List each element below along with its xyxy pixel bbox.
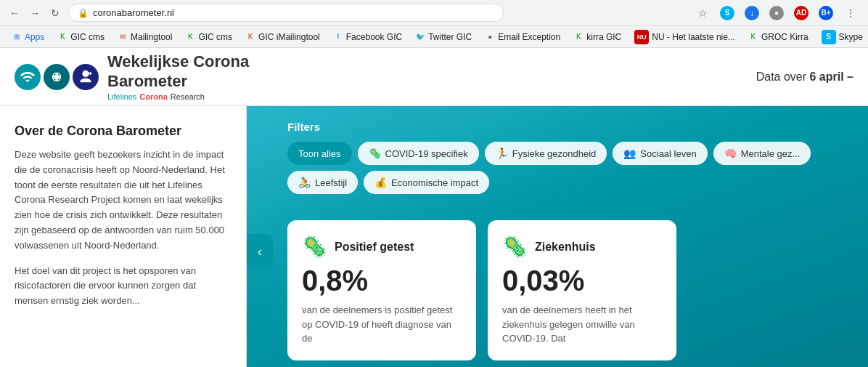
date-value: 6 april – <box>810 70 853 83</box>
bookmarks-bar: ⊞ Apps K GIC cms ✉ Mailingtool K GIC cms… <box>0 26 868 48</box>
browser-nav-bar: ← → ↻ 🔒 coronabarometer.nl ☆ S ↓ ● AD B+… <box>0 0 868 26</box>
bookmark-email-exception-label: Email Exception <box>498 32 560 42</box>
filter-covid-specifiek[interactable]: 🦠 COVID-19 specifiek <box>358 142 479 165</box>
bookmark-skype[interactable]: S Skype <box>816 28 868 47</box>
filter-covid-label: COVID-19 specifiek <box>385 148 468 159</box>
bookmark-groc-kirra[interactable]: K GROC Kirra <box>742 30 814 44</box>
skype-bm-favicon: S <box>822 30 836 44</box>
bookmark-nu[interactable]: NU NU - Het laatste nie... <box>629 28 741 47</box>
bookmark-gic-imailing[interactable]: K GIC iMailingtool <box>239 30 326 44</box>
svg-point-5 <box>59 76 61 78</box>
twitter-favicon: 🐦 <box>415 32 425 42</box>
circle-ext-icon[interactable]: ● <box>766 3 787 23</box>
bookmark-twitter-label: Twitter GIC <box>428 32 472 42</box>
refresh-button[interactable]: ↻ <box>48 6 62 20</box>
filter-sociaal-leven[interactable]: 👥 Sociaal leven <box>613 142 707 165</box>
collapse-sidebar-button[interactable]: ‹ <box>247 234 273 269</box>
svg-point-3 <box>56 79 58 81</box>
covid-filter-icon: 🦠 <box>369 148 381 159</box>
skype-ext-icon[interactable]: S <box>717 3 737 23</box>
filter-mentale-label: Mentale gez... <box>741 148 801 159</box>
main-layout: Over de Corona Barometer Deze website ge… <box>0 106 868 367</box>
card-icon-virus-2: 🦠 <box>502 235 528 259</box>
card-title-positief: Positief getest <box>335 241 414 254</box>
filters-label: Filters <box>287 121 851 133</box>
bookmark-skype-label: Skype <box>839 32 863 42</box>
cards-section: 🦠 Positief getest 0,8% van de deelnemers… <box>247 211 868 367</box>
card-positief-getest[interactable]: 🦠 Positief getest 0,8% van de deelnemers… <box>287 220 476 360</box>
filter-leefstijl[interactable]: 🚴 Leefstijl <box>287 171 358 194</box>
date-prefix: Data over <box>756 70 806 83</box>
sidebar: Over de Corona Barometer Deze website ge… <box>0 106 247 367</box>
logo-text-block: Wekelijkse Corona Barometer Lifelines Co… <box>107 52 249 101</box>
bookmark-groc-label: GROC Kirra <box>761 32 808 42</box>
browser-chrome: ← → ↻ 🔒 coronabarometer.nl ☆ S ↓ ● AD B+… <box>0 0 868 48</box>
content-area: ‹ Filters Toon alles 🦠 COVID-19 specifie… <box>247 106 868 367</box>
ad-ext-icon[interactable]: AD <box>791 3 811 23</box>
bookmark-gic-cms-2[interactable]: K GIC cms <box>179 30 238 44</box>
svg-point-4 <box>52 76 54 78</box>
bookmark-nu-label: NU - Het laatste nie... <box>652 32 735 42</box>
card-header-ziekenhuis: 🦠 Ziekenhuis <box>502 235 662 259</box>
facebook-favicon: f <box>333 32 343 42</box>
ad-icon: AD <box>794 6 808 20</box>
filter-fysieke-gezondheid[interactable]: 🏃 Fysieke gezondheid <box>485 142 607 165</box>
gic-cms-2-favicon: K <box>185 32 195 42</box>
logo-subtitle: Lifelines Corona Research <box>107 92 249 101</box>
url-text: coronabarometer.nl <box>93 7 174 18</box>
nu-favicon: NU <box>634 30 649 44</box>
download-icon: ↓ <box>745 6 759 20</box>
title-line1: Wekelijkse Corona <box>107 52 249 70</box>
bookmark-facebook-gic[interactable]: f Facebook GIC <box>327 30 408 44</box>
logo-icons <box>15 64 99 90</box>
menu-icon[interactable]: ⋮ <box>840 3 861 23</box>
download-ext-icon[interactable]: ↓ <box>742 3 762 23</box>
bookmark-apps[interactable]: ⊞ Apps <box>6 30 50 44</box>
svg-point-0 <box>54 74 59 79</box>
gic-cms-1-favicon: K <box>57 32 67 42</box>
bookmark-facebook-label: Facebook GIC <box>346 32 402 42</box>
filter-economische-impact[interactable]: 💰 Economische impact <box>364 171 489 194</box>
bookmark-star-icon[interactable]: ☆ <box>692 3 713 23</box>
title-line2: Barometer <box>107 72 187 90</box>
filter-sociaal-label: Sociaal leven <box>640 148 696 159</box>
email-exception-favicon: ● <box>485 32 495 42</box>
bookmark-mailingtool[interactable]: ✉ Mailingtool <box>112 30 178 44</box>
card-ziekenhuis[interactable]: 🦠 Ziekenhuis 0,03% van de deelnemers hee… <box>488 220 676 360</box>
header-date: Data over 6 april – <box>756 70 853 84</box>
filter-toon-alles[interactable]: Toon alles <box>287 142 352 165</box>
leefstijl-filter-icon: 🚴 <box>298 177 311 188</box>
card-number-ziekenhuis: 0,03% <box>502 265 662 297</box>
bookmark-gic-cms-1-label: GIC cms <box>70 32 105 42</box>
card-desc-ziekenhuis: van de deelnemers heeft in het ziekenhui… <box>502 303 662 346</box>
bookmark-gic-cms-2-label: GIC cms <box>198 32 232 42</box>
filter-row-1: Toon alles 🦠 COVID-19 specifiek 🏃 Fysiek… <box>287 142 851 165</box>
forward-button[interactable]: → <box>28 6 42 20</box>
fysieke-filter-icon: 🏃 <box>496 148 508 159</box>
logo-icon-wifi <box>15 64 41 90</box>
card-number-positief: 0,8% <box>302 265 462 297</box>
browser-actions: ☆ S ↓ ● AD B+ ⋮ <box>692 3 861 23</box>
bookmark-kirra-gic[interactable]: K kirra GIC <box>568 30 627 44</box>
b-icon: B+ <box>819 6 833 20</box>
skype-icon: S <box>720 6 734 20</box>
bookmark-twitter-gic[interactable]: 🐦 Twitter GIC <box>409 30 478 44</box>
ext-circle-icon: ● <box>769 6 784 20</box>
back-button[interactable]: ← <box>7 6 22 20</box>
card-desc-positief: van de deelnemers is positief getest op … <box>302 303 462 346</box>
gic-imailing-favicon: K <box>245 32 255 42</box>
filters-section: Filters Toon alles 🦠 COVID-19 specifiek … <box>247 106 868 211</box>
apps-favicon: ⊞ <box>12 32 22 42</box>
svg-point-2 <box>56 73 58 75</box>
logo-corona: Corona <box>139 92 168 101</box>
filter-economische-label: Economische impact <box>391 177 478 188</box>
logo-lifelines: Lifelines <box>107 92 136 101</box>
filter-mentale-gez[interactable]: 🧠 Mentale gez... <box>713 142 811 165</box>
card-icon-virus-1: 🦠 <box>302 235 327 259</box>
bookmark-gic-imailing-label: GIC iMailingtool <box>258 32 320 42</box>
bookmark-gic-cms-1[interactable]: K GIC cms <box>52 30 110 44</box>
address-bar[interactable]: 🔒 coronabarometer.nl <box>68 4 504 22</box>
bookmark-email-exception[interactable]: ● Email Exception <box>479 30 566 44</box>
filter-toon-alles-label: Toon alles <box>298 148 341 159</box>
b-ext-icon[interactable]: B+ <box>816 3 836 23</box>
